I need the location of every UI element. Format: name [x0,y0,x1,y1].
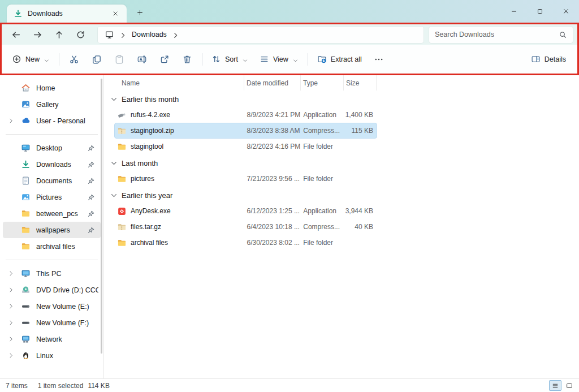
chevron-right-icon[interactable] [6,351,15,360]
new-button-label: New [25,55,40,63]
explorer-tab[interactable]: Downloads [7,5,127,23]
address-bar: Downloads [2,24,577,45]
sidebar-item-this-pc[interactable]: This PC [3,265,101,282]
sidebar-item-desktop[interactable]: Desktop [3,140,101,156]
sidebar-item-user-personal[interactable]: User - Personal [3,113,101,129]
file-type: Compress... [301,127,344,135]
extract-all-icon [317,54,327,64]
sidebar-divider [6,134,98,135]
sidebar-item-gallery[interactable]: Gallery [3,96,101,113]
refresh-button[interactable] [70,26,91,43]
sidebar-item-network[interactable]: Network [3,331,101,347]
column-header-name[interactable]: Name [114,75,244,91]
breadcrumb-downloads[interactable]: Downloads [129,31,169,38]
sidebar-item-downloads[interactable]: Downloads [3,156,101,173]
file-size: 40 KB [344,223,377,231]
large-icons-view-toggle[interactable] [563,380,576,391]
up-button[interactable] [48,26,70,43]
file-row-archival-files[interactable]: archival files6/30/2023 8:02 ...File fol… [114,235,377,251]
close-button[interactable] [553,0,579,23]
file-list-pane: Name Date modified Type Size Earlier thi… [104,75,579,378]
file-row-rufus-4-2-exe[interactable]: rufus-4.2.exe8/9/2023 4:21 PMApplication… [114,107,377,123]
sidebar-item-home[interactable]: Home [3,80,101,96]
pin-icon [87,210,95,218]
sidebar-item-between-pcs[interactable]: between_pcs [3,205,101,222]
delete-button[interactable] [176,50,198,69]
chevron-slot [6,242,15,251]
file-name: rufus-4.2.exe [131,111,170,119]
sidebar-item-label: archival files [36,243,98,251]
pictures-icon [21,192,31,202]
minimize-button[interactable] [501,0,527,23]
explorer-body: HomeGalleryUser - PersonalDesktopDownloa… [0,75,579,378]
chevron-right-icon[interactable] [6,335,15,344]
sidebar-item-linux[interactable]: Linux [3,347,101,364]
details-pane-button[interactable]: Details [525,50,572,69]
sort-button[interactable]: Sort [206,50,254,69]
copy-button[interactable] [85,50,108,69]
chevron-down-icon [110,96,118,103]
sidebar-item-new-volume-e[interactable]: New Volume (E:) [3,298,101,315]
group-header-earlier-this-month[interactable]: Earlier this month [104,92,579,107]
chevron-right-icon[interactable] [119,31,127,38]
new-tab-button[interactable] [132,5,147,20]
chevron-right-icon[interactable] [6,269,15,278]
forward-button[interactable] [27,26,48,43]
share-button[interactable] [153,50,176,69]
tab-close-icon[interactable] [110,8,121,19]
file-row-files-tar-gz[interactable]: files.tar.gz6/4/2023 10:18 ...Compress..… [114,219,377,235]
extract-all-button[interactable]: Extract all [312,50,368,69]
file-row-pictures[interactable]: pictures7/21/2023 9:56 ...File folder [114,171,377,187]
file-date-modified: 6/4/2023 10:18 ... [245,223,301,231]
column-header-size[interactable]: Size [344,75,377,91]
file-name-cell: pictures [115,174,245,184]
chevron-slot [6,160,15,169]
address-input[interactable]: Downloads [98,27,424,43]
sidebar-item-dvd-drive-d-cccoma[interactable]: DVD Drive (D:) CCCOMA_ [3,282,101,298]
chevron-right-icon[interactable] [6,302,15,311]
sidebar-item-pictures[interactable]: Pictures [3,189,101,205]
rename-button[interactable] [131,50,153,69]
sidebar-item-documents[interactable]: Documents [3,173,101,189]
sidebar-scrollbar[interactable] [101,79,102,354]
sidebar-item-wallpapers[interactable]: wallpapers [3,222,101,238]
chevron-right-icon[interactable] [6,117,15,126]
chevron-right-icon[interactable] [172,31,179,38]
chevron-right-icon[interactable] [6,286,15,295]
chevron-slot [6,176,15,186]
file-name: stagingtool.zip [131,127,174,135]
back-button[interactable] [5,26,27,43]
downloads-icon [14,9,23,18]
folder-icon [21,242,31,251]
sidebar-item-label: Downloads [36,161,87,169]
sidebar-item-archival-files[interactable]: archival files [3,238,101,255]
chevron-slot [6,209,15,218]
this-pc-icon[interactable] [105,30,114,40]
search-box[interactable] [429,27,573,43]
more-options-button[interactable] [368,50,390,69]
view-button-label: View [273,55,288,63]
file-row-anydesk-exe[interactable]: AnyDesk.exe6/12/2023 1:25 ...Application… [114,203,377,219]
file-row-stagingtool[interactable]: stagingtool8/2/2023 4:16 PMFile folder [114,139,377,154]
sidebar-item-new-volume-f[interactable]: New Volume (F:) [3,315,101,331]
column-header-type[interactable]: Type [301,75,344,91]
details-view-toggle[interactable] [549,380,561,391]
file-date-modified: 6/30/2023 8:02 ... [245,239,301,247]
chevron-right-icon[interactable] [6,318,15,328]
maximize-button[interactable] [527,0,553,23]
search-input[interactable] [435,31,559,38]
cut-button[interactable] [63,50,85,69]
group-header-last-month[interactable]: Last month [104,156,579,171]
group-header-earlier-this-year[interactable]: Earlier this year [104,188,579,203]
sidebar-item-label: Linux [36,352,98,360]
sidebar-item-label: User - Personal [36,117,98,125]
toolbar-separator [308,53,308,66]
file-row-stagingtool-zip[interactable]: stagingtool.zip8/3/2023 8:38 AMCompress.… [114,123,377,139]
view-button[interactable]: View [254,50,304,69]
column-header-date-modified[interactable]: Date modified [244,75,301,91]
new-button[interactable]: New [6,50,55,69]
sidebar-item-label: Desktop [36,144,87,152]
navigation-pane: HomeGalleryUser - PersonalDesktopDownloa… [0,75,104,378]
paste-button [108,50,131,69]
search-icon[interactable] [559,31,567,39]
